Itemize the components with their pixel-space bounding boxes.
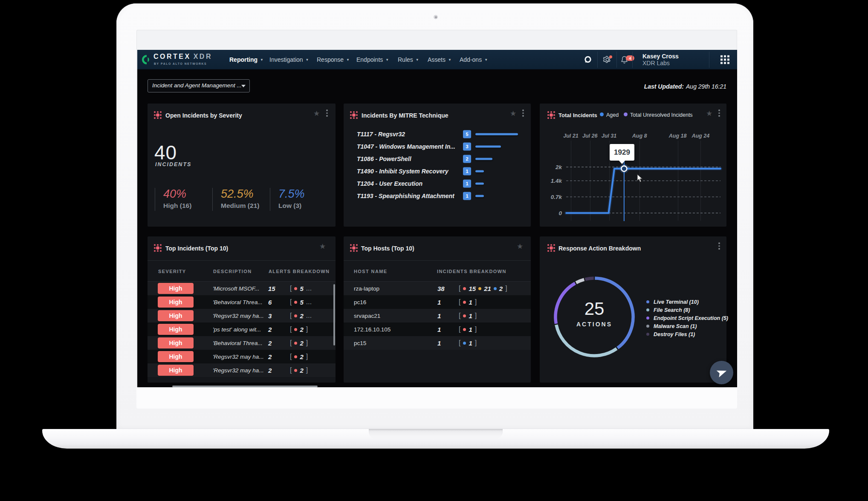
star-icon[interactable]: ★ xyxy=(319,242,326,251)
mitre-technique-label: T1490 - Inhibit System Recovery xyxy=(357,168,448,175)
donut-legend-item[interactable]: Malware Scan (1) xyxy=(646,322,697,330)
star-icon[interactable]: ★ xyxy=(510,109,516,118)
dashboard-selector-dropdown[interactable]: Incident and Agent Management ... xyxy=(148,79,250,92)
nav-separator xyxy=(709,52,709,68)
last-updated: Last Updated:Aug 29th 16:21 xyxy=(644,83,726,90)
legend-dot xyxy=(646,300,649,303)
incident-row[interactable]: High'Regsvr32 may ha...2[2] xyxy=(148,350,336,363)
kebab-menu-icon[interactable] xyxy=(522,109,524,118)
mitre-bar xyxy=(475,133,518,135)
host-row[interactable]: pc151[1] xyxy=(344,336,531,350)
mitre-row[interactable]: T1047 - Windows Management In...3 xyxy=(344,140,531,153)
assistant-icon[interactable] xyxy=(583,55,593,64)
alert-count: 6 xyxy=(268,299,272,306)
incident-description: 'Regsvr32 may ha... xyxy=(213,367,264,374)
cortex-logo-icon xyxy=(142,55,151,64)
kebab-menu-icon[interactable] xyxy=(326,109,328,118)
donut-legend-item[interactable]: Live Terminal (10) xyxy=(646,298,699,306)
severity-badge: High xyxy=(158,324,194,335)
star-icon[interactable]: ★ xyxy=(313,109,320,118)
legend-label: File Search (8) xyxy=(654,307,690,313)
dashboard-selector-value: Incident and Agent Management ... xyxy=(152,82,242,89)
alert-count: 15 xyxy=(268,285,275,292)
host-row[interactable]: 172.16.10.1051[1] xyxy=(344,322,531,336)
mitre-technique-label: T1193 - Spearphishing Attachment xyxy=(357,193,454,199)
nav-item-response[interactable]: Response▼ xyxy=(317,50,350,69)
incident-count: 1 xyxy=(437,340,441,347)
alert-count: 2 xyxy=(268,367,272,374)
alerts-breakdown: [2... xyxy=(290,312,312,320)
incident-row[interactable]: High'ps test' along wit...2[2] xyxy=(148,322,336,336)
stat-low: 7.5% Low (3) xyxy=(270,188,305,211)
mitre-row[interactable]: T1086 - PowerShell2 xyxy=(344,153,531,165)
chevron-down-icon: ▼ xyxy=(416,58,419,62)
host-row[interactable]: rza-laptop38[15212] xyxy=(344,282,531,295)
stat-low-pct: 7.5% xyxy=(278,188,305,200)
vertical-scrollbar[interactable] xyxy=(333,284,335,346)
widget-top-incidents: Top Incidents (Top 10) ★ SEVERITY DESCRI… xyxy=(148,236,336,383)
column-header-description: DESCRIPTION xyxy=(213,269,252,274)
legend-dot xyxy=(646,325,649,328)
app-grid-icon[interactable] xyxy=(720,55,729,64)
nav-item-investigation[interactable]: Investigation▼ xyxy=(269,50,309,69)
user-name[interactable]: Kasey Cross xyxy=(642,53,679,60)
severity-badge: High xyxy=(158,351,194,362)
donut-center-value: 25 xyxy=(564,299,624,319)
nav-item-rules[interactable]: Rules▼ xyxy=(398,50,419,69)
donut-segment xyxy=(576,279,584,282)
widget-grip-icon xyxy=(350,244,358,252)
star-icon[interactable]: ★ xyxy=(517,242,523,251)
kebab-menu-icon[interactable] xyxy=(718,242,720,251)
mitre-count-badge: 5 xyxy=(463,130,471,138)
mitre-row[interactable]: T1193 - Spearphishing Attachment1 xyxy=(344,190,531,202)
widget-title: Incidents By MITRE Technique xyxy=(362,112,448,119)
mitre-count-badge: 2 xyxy=(463,155,471,163)
host-row[interactable]: pc161[1] xyxy=(344,295,531,309)
column-header-host-name: HOST NAME xyxy=(354,269,388,274)
severity-badge: High xyxy=(158,337,194,348)
mitre-count-badge: 1 xyxy=(463,192,471,200)
donut-legend-item[interactable]: Endpoint Script Execution (5) xyxy=(646,314,728,322)
nav-item-addons[interactable]: Add-ons▼ xyxy=(460,50,488,69)
stat-medium-label: Medium (21) xyxy=(221,202,259,210)
nav-item-endpoints[interactable]: Endpoints▼ xyxy=(356,50,389,69)
incident-description: 'ps test' along wit... xyxy=(213,326,261,333)
incident-row[interactable]: High'Microsoft MSOF...15[5... xyxy=(148,282,336,295)
incident-row[interactable]: High'Behavioral Threa...2[2] xyxy=(148,336,336,350)
alert-count: 2 xyxy=(268,340,272,347)
mitre-row[interactable]: T1204 - User Execution1 xyxy=(344,177,531,190)
donut-legend-item[interactable]: Destroy Files (1) xyxy=(646,330,695,338)
mitre-row[interactable]: T1117 - Regsvr325 xyxy=(344,128,531,140)
host-name: srvapac21 xyxy=(354,313,380,319)
chat-fab-button[interactable] xyxy=(710,361,733,384)
horizontal-scrollbar[interactable] xyxy=(172,386,318,387)
chart-tooltip: 1929 xyxy=(610,144,634,161)
chevron-down-icon: ▼ xyxy=(385,58,389,62)
widget-title: Top Hosts (Top 10) xyxy=(361,245,414,252)
nav-item-assets[interactable]: Assets▼ xyxy=(428,50,451,69)
brand-name: CORTEXXDR xyxy=(153,53,212,60)
stat-high: 40% High (16) xyxy=(155,188,191,211)
host-row[interactable]: srvapac211[1] xyxy=(344,309,531,322)
alerts-breakdown: [2] xyxy=(290,366,308,374)
brand-tagline: BY PALO ALTO NETWORKS xyxy=(154,62,207,65)
severity-badge: High xyxy=(158,310,194,321)
top-nav-bar: CORTEXXDR BY PALO ALTO NETWORKS Reportin… xyxy=(137,50,737,69)
hover-marker xyxy=(621,166,627,171)
incidents-breakdown: [15212] xyxy=(459,285,507,292)
chevron-down-icon: ▼ xyxy=(484,58,488,62)
alerts-breakdown: [5... xyxy=(290,285,312,292)
host-name: rza-laptop xyxy=(354,285,379,292)
incident-row[interactable]: High'Regsvr32 may ha...2[2] xyxy=(148,363,336,377)
host-name: 172.16.10.105 xyxy=(354,326,391,333)
incident-row[interactable]: High'Regsvr32 may ha...3[2... xyxy=(148,309,336,322)
incidents-total-label: INCIDENTS xyxy=(155,161,191,167)
incident-row[interactable]: High'Behavioral Threa...6[5... xyxy=(148,295,336,309)
mitre-row[interactable]: T1490 - Inhibit System Recovery1 xyxy=(344,165,531,177)
laptop-base xyxy=(42,429,829,449)
legend-dot xyxy=(646,308,649,311)
nav-item-reporting[interactable]: Reporting▼ xyxy=(229,50,263,69)
mitre-technique-label: T1117 - Regsvr32 xyxy=(357,131,405,138)
alerts-breakdown: [2] xyxy=(290,353,308,360)
donut-legend-item[interactable]: File Search (8) xyxy=(646,306,690,314)
